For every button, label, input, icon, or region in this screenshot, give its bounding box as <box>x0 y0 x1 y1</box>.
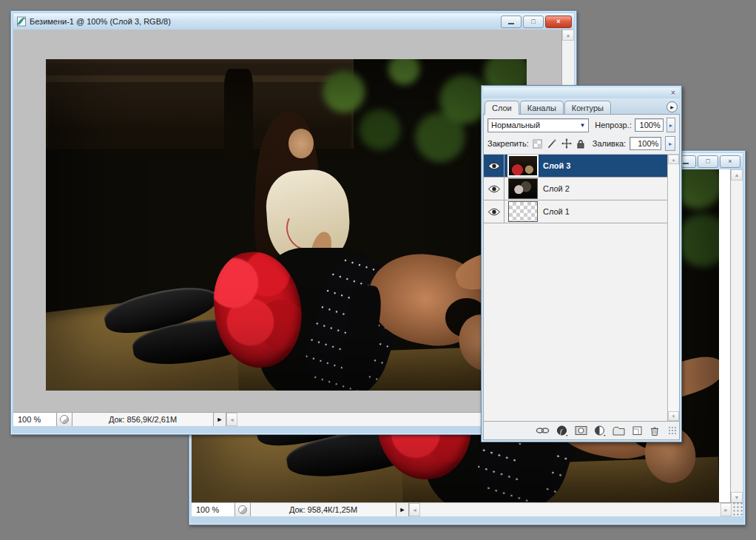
blend-mode-select[interactable]: Нормальный ▼ <box>487 118 589 132</box>
chevron-down-icon: ▼ <box>579 122 585 129</box>
lock-position-move-icon[interactable] <box>561 138 572 149</box>
layer-thumbnail[interactable] <box>508 178 538 199</box>
palette-bottom-bar: f <box>484 421 679 439</box>
restore-icon: □ <box>706 158 709 165</box>
tab-paths[interactable]: Контуры <box>564 101 611 114</box>
visibility-toggle[interactable] <box>484 200 504 223</box>
opacity-slider-button[interactable]: ► <box>666 118 675 132</box>
lock-fill-row: Закрепить: Заливка: 100% ► <box>484 134 679 155</box>
scroll-up-icon[interactable]: ▲ <box>562 30 574 41</box>
blend-mode-value: Нормальный <box>491 121 540 129</box>
window1-restore-button[interactable]: □ <box>523 16 544 28</box>
window1-minimize-button[interactable] <box>501 16 522 28</box>
layer-name[interactable]: Слой 1 <box>543 207 570 216</box>
window2-restore-button[interactable]: □ <box>698 155 718 168</box>
minimize-icon <box>508 23 514 24</box>
scroll-up-icon[interactable]: ▲ <box>668 155 679 164</box>
palette-close-button[interactable]: × <box>668 89 678 98</box>
canvas-photo <box>46 59 527 391</box>
window1-zoom-field[interactable]: 100 % <box>13 413 57 426</box>
photoshop-document-icon <box>16 16 27 27</box>
window1-close-button[interactable]: × <box>545 16 572 28</box>
clock-icon <box>238 505 247 514</box>
window2-doc-size: Док: 958,4К/1,25М <box>251 503 396 516</box>
eye-icon <box>487 185 501 193</box>
clock-icon <box>60 415 69 424</box>
layer-style-icon[interactable]: f <box>556 425 568 436</box>
close-icon: × <box>556 18 560 25</box>
scroll-down-icon[interactable]: ▼ <box>731 492 743 503</box>
layer-thumbnail[interactable] <box>508 201 538 222</box>
visibility-toggle[interactable] <box>484 155 504 177</box>
opacity-field[interactable]: 100% <box>635 118 664 132</box>
fill-slider-button[interactable]: ► <box>665 136 675 151</box>
tab-layers[interactable]: Слои <box>485 101 519 115</box>
delete-layer-trash-icon[interactable] <box>649 425 660 436</box>
desktop: { "window1": { "title": "Безимени-1 @ 10… <box>0 0 756 540</box>
palette-menu-button[interactable]: ▶ <box>666 101 678 112</box>
layers-list: Слой 3 Слой 2 Слой 1 <box>484 155 679 421</box>
window2-statusbar: 100 % Док: 958,4К/1,25М ► ◄ ► <box>192 502 743 516</box>
layer-row-sloy-1[interactable]: Слой 1 <box>484 200 668 223</box>
window1-canvas[interactable] <box>13 30 562 413</box>
window2-close-button[interactable]: × <box>720 155 740 168</box>
window2-status-menu-button[interactable]: ► <box>396 503 409 516</box>
palette-tabbar: Слои Каналы Контуры ▶ <box>483 98 680 115</box>
fill-field[interactable]: 100% <box>630 137 661 150</box>
window2-horizontal-scrollbar[interactable]: ◄ ► <box>409 503 732 516</box>
lock-transparency-icon[interactable] <box>533 139 542 149</box>
window2-resize-grip[interactable] <box>732 503 743 516</box>
new-layer-icon[interactable] <box>632 425 643 436</box>
palette-resize-grip[interactable] <box>668 426 678 436</box>
fill-label: Заливка: <box>593 139 626 148</box>
tab-channels[interactable]: Каналы <box>520 101 564 114</box>
layer-name[interactable]: Слой 2 <box>543 184 570 193</box>
window2-zoom-field[interactable]: 100 % <box>192 503 235 516</box>
adjustment-layer-icon[interactable] <box>594 425 606 436</box>
window1-doc-size: Док: 856,9К/2,61М <box>72 413 214 426</box>
scroll-left-icon[interactable]: ◄ <box>409 503 420 516</box>
layer-mask-icon[interactable] <box>575 425 587 436</box>
layer-name[interactable]: Слой 3 <box>543 161 570 170</box>
window2-preview-button[interactable] <box>235 503 251 516</box>
window1-title: Безимени-1 @ 100% (Слой 3, RGB/8) <box>30 17 498 26</box>
opacity-label: Непрозр.: <box>595 121 631 129</box>
layer-row-sloy-3[interactable]: Слой 3 <box>484 155 668 178</box>
scroll-up-icon[interactable]: ▲ <box>731 169 743 180</box>
restore-icon: □ <box>531 18 535 25</box>
scroll-right-icon[interactable]: ► <box>720 503 732 516</box>
eye-icon <box>487 208 501 216</box>
window1-status-menu-button[interactable]: ► <box>214 413 226 426</box>
lock-all-icon[interactable] <box>576 139 585 149</box>
lock-label: Закрепить: <box>487 139 529 148</box>
lock-pixels-brush-icon[interactable] <box>547 139 557 149</box>
window1-preview-button[interactable] <box>57 413 72 426</box>
new-group-folder-icon[interactable] <box>612 426 625 436</box>
layers-palette[interactable]: × Слои Каналы Контуры ▶ Нормальный ▼ Неп… <box>481 85 682 442</box>
close-icon: × <box>728 158 732 165</box>
scroll-left-icon[interactable]: ◄ <box>226 413 237 426</box>
palette-titlebar[interactable]: × <box>483 87 680 98</box>
scroll-down-icon[interactable]: ▼ <box>668 411 679 421</box>
close-icon: × <box>671 89 675 97</box>
blend-opacity-row: Нормальный ▼ Непрозр.: 100% ► <box>484 115 679 134</box>
minimize-icon <box>683 163 689 164</box>
visibility-toggle[interactable] <box>484 178 504 200</box>
layers-scrollbar[interactable]: ▲ ▼ <box>667 155 679 421</box>
window2-vertical-scrollbar[interactable]: ▲ ▼ <box>730 169 743 503</box>
eye-icon <box>487 162 501 170</box>
layer-thumbnail[interactable] <box>507 155 539 177</box>
link-layers-icon[interactable] <box>536 426 550 435</box>
menu-arrow-icon: ▶ <box>670 104 674 109</box>
layer-row-sloy-2[interactable]: Слой 2 <box>484 178 668 200</box>
window1-titlebar[interactable]: Безимени-1 @ 100% (Слой 3, RGB/8) □ × <box>13 13 574 30</box>
